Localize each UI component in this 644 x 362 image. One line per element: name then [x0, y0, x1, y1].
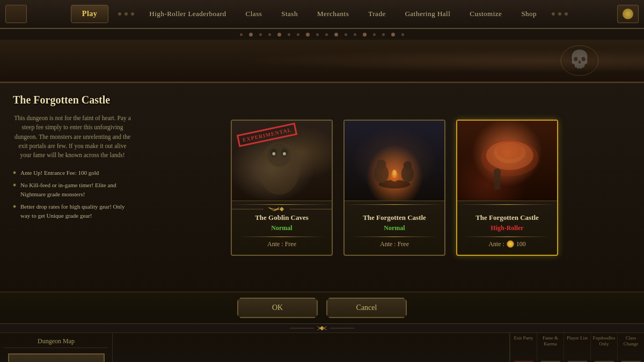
- card-difficulty: High-Roller: [464, 224, 551, 232]
- card-difficulty: Normal: [351, 224, 438, 232]
- dot: [288, 33, 290, 36]
- card-name: The Goblin Caves: [238, 213, 325, 222]
- header-bg: [0, 40, 644, 82]
- tool-group-class: Class Change: [617, 333, 644, 362]
- card-divider: [457, 204, 557, 205]
- tool-group-fopdoodles: Fopdoodles Only: [590, 333, 617, 362]
- nav-customize-button[interactable]: Customize: [460, 5, 511, 23]
- card-image-castle: [345, 121, 444, 201]
- nav-right-button[interactable]: [617, 5, 639, 23]
- dot: [316, 33, 319, 36]
- dot: [259, 33, 262, 36]
- svg-point-19: [393, 170, 396, 175]
- dot: [345, 33, 347, 36]
- card-bottom-castle: The Forgotten Castle Normal Ante : Free: [345, 208, 444, 255]
- feature-item: Better drop rates for high quality gear!…: [13, 202, 132, 220]
- main-content: The Forgotten Castle This dungeon is not…: [0, 83, 644, 292]
- nav-gathering-hall-button[interactable]: Gathering Hall: [396, 5, 460, 23]
- dungeon-card-forgotten-normal[interactable]: The Forgotten Castle Normal Ante : Free: [343, 120, 445, 256]
- bottom-toolbar: Dungeon Map Start Exit Party Fame & Karm…: [0, 333, 644, 362]
- exit-party-label: Exit Party: [514, 335, 533, 341]
- right-panel-tools: Exit Party Fame & Karma Player List: [509, 333, 644, 362]
- dungeon-description: This dungeon is not for the faint of hea…: [13, 114, 132, 160]
- nav-high-roller-button[interactable]: High-Roller Leaderboard: [140, 5, 236, 23]
- card-divider: [345, 204, 444, 205]
- dot: [268, 33, 271, 36]
- feature-item: No Kill-feed or in-game timer! Elite and…: [13, 181, 132, 199]
- svg-point-24: [494, 168, 501, 176]
- ornament-bottom: [0, 324, 644, 333]
- feature-item: Ante Up! Entrance Fee: 100 gold: [13, 168, 132, 178]
- card-ante: Ante : Free: [351, 240, 438, 248]
- divider-ornament: [232, 206, 332, 212]
- button-row: OK Cancel: [0, 292, 644, 324]
- ante-coin-icon: [507, 240, 514, 248]
- svg-marker-29: [322, 326, 327, 330]
- start-button[interactable]: Start: [8, 353, 105, 362]
- nav-bar: Play High-Roller Leaderboard Class Stash…: [0, 0, 644, 29]
- tool-group-players: Player List: [564, 333, 590, 362]
- svg-rect-23: [494, 173, 501, 189]
- nav-left-button[interactable]: [5, 5, 27, 23]
- class-change-label: Class Change: [620, 335, 642, 347]
- svg-point-14: [377, 159, 386, 169]
- dot: [240, 33, 243, 36]
- card-image-goblin: Experimental: [232, 121, 332, 201]
- dot-big: [363, 33, 367, 36]
- tool-group-exit: Exit Party: [510, 333, 537, 362]
- svg-point-7: [283, 152, 286, 155]
- dot: [401, 33, 404, 36]
- player-list-label: Player List: [567, 335, 588, 341]
- svg-marker-9: [269, 208, 280, 211]
- nav-stash-button[interactable]: Stash: [272, 5, 308, 23]
- nav-play-button[interactable]: Play: [71, 5, 108, 23]
- card-bottom-divider: [238, 237, 325, 237]
- card-bottom-divider: [464, 237, 551, 237]
- svg-text:💀: 💀: [569, 49, 590, 69]
- nav-shop-button[interactable]: Shop: [511, 5, 546, 23]
- svg-point-6: [272, 152, 275, 155]
- header-decoration: 💀: [558, 45, 601, 77]
- dungeon-card-forgotten-highroller[interactable]: The Forgotten Castle High-Roller Ante : …: [456, 120, 558, 256]
- nav-class-button[interactable]: Class: [236, 5, 272, 23]
- dungeon-card-goblin-caves[interactable]: Experimental The Goblin Caves Normal Ant…: [231, 120, 333, 256]
- ante-text: Ante :: [488, 240, 504, 248]
- nav-merchants-button[interactable]: Merchants: [308, 5, 358, 23]
- dot-big: [249, 33, 253, 36]
- header-area: 💀: [0, 40, 644, 83]
- dot: [325, 33, 328, 36]
- cancel-button[interactable]: Cancel: [326, 298, 407, 318]
- nav-dot: [552, 12, 555, 16]
- card-ante: Ante : Free: [238, 240, 325, 248]
- fame-karma-label: Fame & Karma: [539, 335, 561, 347]
- card-name: The Forgotten Castle: [464, 213, 551, 222]
- ok-button[interactable]: OK: [237, 298, 318, 318]
- dot-big: [306, 33, 310, 36]
- nav-trade-button[interactable]: Trade: [358, 5, 395, 23]
- svg-point-16: [404, 161, 412, 169]
- dot-big: [277, 33, 281, 36]
- middle-area: [113, 333, 509, 362]
- card-difficulty: Normal: [238, 224, 325, 232]
- ante-amount: 100: [516, 240, 526, 248]
- cards-area: Experimental The Goblin Caves Normal Ant…: [145, 83, 644, 292]
- feature-list: Ante Up! Entrance Fee: 100 gold No Kill-…: [13, 168, 132, 220]
- card-image-highroller: [457, 121, 557, 201]
- card-name: The Forgotten Castle: [351, 213, 438, 222]
- card-ante: Ante : 100: [464, 240, 551, 248]
- svg-rect-10: [280, 206, 284, 211]
- dungeon-title: The Forgotten Castle: [13, 94, 132, 106]
- nav-dot: [118, 12, 121, 16]
- ante-label: Ante : Free: [380, 240, 409, 248]
- nav-dots-left: [118, 12, 134, 16]
- nav-dot: [131, 12, 134, 16]
- svg-point-3: [268, 144, 291, 167]
- dot-big: [334, 33, 338, 36]
- nav-dot: [558, 12, 561, 16]
- castle-illustration: [345, 121, 444, 201]
- dot: [373, 33, 376, 36]
- dungeon-map-label: Dungeon Map: [4, 337, 108, 348]
- dot: [354, 33, 356, 36]
- dungeon-map-panel: Dungeon Map Start: [0, 333, 113, 362]
- dot: [297, 33, 299, 36]
